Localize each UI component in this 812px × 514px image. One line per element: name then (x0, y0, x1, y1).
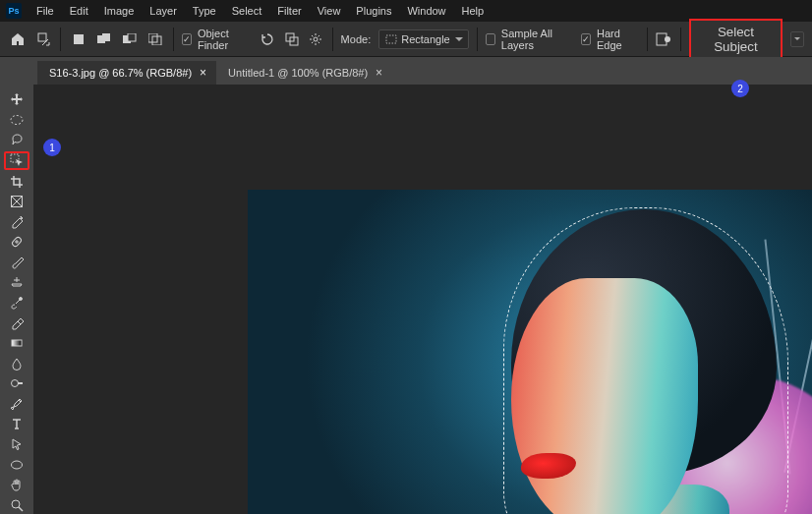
dodge-tool[interactable] (4, 374, 29, 393)
svg-rect-3 (102, 33, 110, 41)
svg-point-10 (314, 37, 318, 41)
hand-tool[interactable] (4, 476, 29, 494)
intersect-selection-icon[interactable] (145, 29, 165, 49)
tab-title: S16-3.jpg @ 66.7% (RGB/8#) (49, 67, 192, 79)
type-tool[interactable] (4, 415, 29, 433)
home-icon[interactable] (8, 28, 28, 51)
svg-rect-0 (38, 33, 46, 41)
select-subject-button[interactable]: Select Subject (689, 19, 783, 60)
lasso-tool[interactable] (4, 131, 29, 149)
sample-all-checkbox[interactable] (486, 33, 495, 45)
zoom-tool[interactable] (4, 495, 29, 514)
path-selection-tool[interactable] (4, 435, 29, 454)
svg-rect-1 (74, 34, 84, 44)
svg-point-22 (12, 500, 20, 508)
menu-help[interactable]: Help (455, 3, 492, 19)
healing-brush-tool[interactable] (4, 233, 29, 252)
menu-view[interactable]: View (311, 3, 348, 19)
tab-title: Untitled-1 @ 100% (RGB/8#) (228, 67, 368, 79)
mode-label: Mode: (341, 33, 372, 45)
mode-dropdown[interactable]: Rectangle (378, 29, 469, 49)
svg-point-20 (12, 380, 19, 387)
gear-icon[interactable] (308, 29, 324, 49)
overlay-icon[interactable] (283, 29, 300, 49)
tools-panel (0, 85, 33, 514)
menu-file[interactable]: File (29, 3, 61, 19)
svg-rect-11 (386, 35, 396, 43)
add-selection-icon[interactable] (94, 29, 114, 49)
clone-stamp-tool[interactable] (4, 273, 29, 292)
select-subject-dropdown[interactable] (790, 31, 804, 47)
object-finder-label: Object Finder (198, 28, 251, 51)
refresh-icon[interactable] (259, 29, 275, 49)
annotation-badge-1: 1 (43, 139, 61, 156)
svg-point-14 (11, 115, 23, 124)
canvas-area[interactable] (33, 85, 812, 514)
object-finder-checkbox[interactable] (182, 33, 192, 45)
document-tab[interactable]: S16-3.jpg @ 66.7% (RGB/8#) × (37, 61, 216, 85)
move-tool[interactable] (4, 90, 29, 109)
selection-mode-group (69, 29, 165, 49)
menu-select[interactable]: Select (225, 3, 269, 19)
eyedropper-tool[interactable] (4, 212, 29, 231)
menu-type[interactable]: Type (186, 3, 223, 19)
menu-plugins[interactable]: Plugins (349, 3, 398, 19)
hard-edge-checkbox[interactable] (581, 33, 591, 45)
menu-image[interactable]: Image (97, 3, 142, 19)
annotation-badge-2: 2 (731, 80, 749, 97)
hard-edge-label: Hard Edge (597, 28, 639, 51)
select-mask-icon[interactable] (656, 29, 672, 49)
svg-rect-5 (128, 33, 136, 41)
blur-tool[interactable] (4, 354, 29, 372)
mode-value: Rectangle (401, 33, 450, 45)
eraser-tool[interactable] (4, 314, 29, 332)
frame-tool[interactable] (4, 193, 29, 211)
menu-filter[interactable]: Filter (270, 3, 308, 19)
document-tab-bar: S16-3.jpg @ 66.7% (RGB/8#) × Untitled-1 … (0, 57, 812, 85)
gradient-tool[interactable] (4, 334, 29, 353)
marquee-tool[interactable] (4, 111, 29, 130)
shape-tool[interactable] (4, 455, 29, 474)
document-canvas[interactable] (248, 190, 812, 514)
pen-tool[interactable] (4, 395, 29, 414)
selection-marquee (503, 207, 788, 514)
close-icon[interactable]: × (376, 66, 382, 80)
brush-tool[interactable] (4, 254, 29, 272)
svg-point-21 (12, 461, 23, 469)
menu-edit[interactable]: Edit (63, 3, 95, 19)
close-icon[interactable]: × (200, 66, 206, 80)
tool-preset-picker[interactable] (35, 29, 52, 49)
ps-logo: Ps (6, 3, 22, 19)
new-selection-icon[interactable] (69, 29, 88, 49)
object-selection-tool[interactable] (4, 151, 29, 170)
menu-layer[interactable]: Layer (143, 3, 184, 19)
document-tab[interactable]: Untitled-1 @ 100% (RGB/8#) × (216, 61, 392, 85)
svg-rect-19 (12, 340, 22, 346)
crop-tool[interactable] (4, 172, 29, 191)
history-brush-tool[interactable] (4, 294, 29, 313)
menu-window[interactable]: Window (400, 3, 452, 19)
options-bar: Object Finder Mode: Rectangle Sample All… (0, 22, 812, 57)
svg-point-13 (665, 36, 670, 42)
subtract-selection-icon[interactable] (120, 29, 140, 49)
sample-all-label: Sample All Layers (501, 28, 573, 51)
